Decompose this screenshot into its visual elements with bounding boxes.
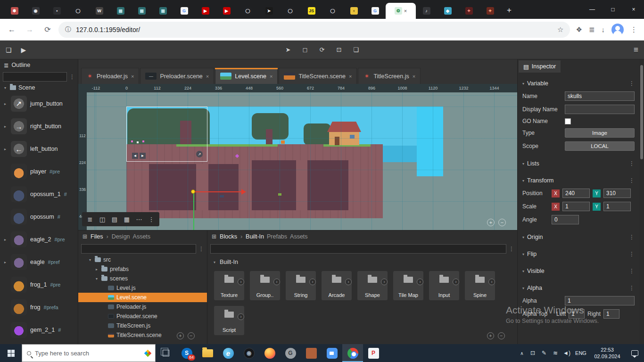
section-menu-icon[interactable]: ⋮ xyxy=(629,160,635,167)
display-name-input[interactable] xyxy=(565,105,635,114)
zoom-button[interactable]: + xyxy=(177,332,184,339)
browser-tab[interactable]: ✦ xyxy=(479,3,501,19)
tool-button[interactable]: ❏ xyxy=(349,44,363,56)
play-button[interactable]: ▶ xyxy=(21,46,26,54)
browser-tab[interactable]: ✦ xyxy=(458,3,479,19)
alpha-input[interactable] xyxy=(565,296,635,305)
inspector-scrollbar[interactable] xyxy=(639,59,644,344)
taskbar-app[interactable]: G xyxy=(280,344,301,362)
taskbar-app[interactable] xyxy=(259,344,280,362)
new-tab-button[interactable]: + xyxy=(503,4,516,17)
profile-avatar[interactable] xyxy=(611,24,624,36)
outline-menu-icon[interactable]: ⋮ xyxy=(69,74,75,80)
zoom-button[interactable]: − xyxy=(188,332,195,339)
outline-item[interactable]: gem_2_1 # xyxy=(0,319,78,341)
editor-menu-icon[interactable]: ≡ xyxy=(634,45,638,55)
outline-item[interactable]: frog_1 #pre xyxy=(0,273,78,296)
browser-tab[interactable]: ➤ xyxy=(258,3,280,19)
action-center-button[interactable] xyxy=(625,350,644,356)
tray-icon[interactable]: ⊡ xyxy=(527,350,538,356)
browser-tab[interactable]: ◉ xyxy=(25,3,46,19)
file-tree-item[interactable]: TitleScreen.js xyxy=(78,321,207,330)
section-visible[interactable]: ▾ Visible ⋮ xyxy=(518,265,639,277)
browser-tab[interactable]: ▶ xyxy=(195,3,216,19)
outline-item[interactable]: player #pre xyxy=(0,160,78,183)
canvas-tool-button[interactable]: ▦ xyxy=(121,214,133,225)
close-icon[interactable]: × xyxy=(131,74,134,79)
section-alpha[interactable]: ▾ Alpha ⋮ xyxy=(518,282,639,294)
section-menu-icon[interactable]: ⋮ xyxy=(629,234,635,240)
scene-tab[interactable]: TitleScreen.js × xyxy=(358,68,421,84)
caret-icon[interactable]: ▸ xyxy=(3,124,8,129)
taskbar-app[interactable] xyxy=(197,344,218,362)
block-item[interactable]: Input xyxy=(429,271,459,300)
tool-button[interactable]: ◻ xyxy=(298,44,312,56)
maximize-button[interactable]: □ xyxy=(603,0,623,19)
block-item[interactable]: Texture xyxy=(214,271,244,300)
outline-item[interactable]: opossum # xyxy=(0,206,78,228)
tool-button[interactable]: ⊡ xyxy=(332,44,346,56)
browser-tab[interactable]: G xyxy=(173,3,195,19)
caret-icon[interactable]: ▾ xyxy=(3,86,8,90)
expand-badge-icon[interactable] xyxy=(238,279,244,285)
block-item[interactable]: Script xyxy=(214,306,244,335)
browser-tab[interactable]: ▦ xyxy=(152,3,173,19)
browser-tab[interactable]: ❂ × xyxy=(386,3,416,19)
gizmo-x-arrow[interactable] xyxy=(241,189,246,195)
browser-tab[interactable]: JS xyxy=(301,3,322,19)
block-item[interactable]: Spine xyxy=(465,271,495,300)
scale-y-input[interactable] xyxy=(603,202,631,211)
zoom-button[interactable]: + xyxy=(487,219,495,226)
reload-button[interactable]: ⟳ xyxy=(41,23,55,37)
position-x-input[interactable] xyxy=(562,189,590,198)
scope-button[interactable]: LOCAL xyxy=(565,141,635,151)
browser-tab[interactable]: ▶ xyxy=(216,3,237,19)
browser-tab[interactable]: ♪ xyxy=(416,3,437,19)
outline-item[interactable]: frog #prefa xyxy=(0,296,78,319)
expand-badge-icon[interactable] xyxy=(238,313,244,320)
type-button[interactable]: Image xyxy=(565,128,635,138)
browser-tab[interactable]: W xyxy=(89,3,110,19)
caret-icon[interactable]: ▾ xyxy=(94,277,99,281)
outline-item[interactable]: ▸ eagle #pref xyxy=(0,251,78,273)
breadcrumb-item[interactable]: Assets xyxy=(133,233,151,240)
files-filter-input[interactable] xyxy=(81,244,196,254)
tab-close-icon[interactable]: × xyxy=(404,8,407,14)
taskbar-app[interactable] xyxy=(322,344,342,362)
files-breadcrumb-root[interactable]: Files xyxy=(91,233,103,240)
address-bar[interactable]: ⓘ ☆ xyxy=(58,22,570,38)
file-tree-item[interactable]: ▾ src xyxy=(78,255,207,264)
browser-tab[interactable]: ◖ xyxy=(343,3,364,19)
close-icon[interactable]: × xyxy=(270,74,272,79)
section-origin[interactable]: ▾ Origin ⋮ xyxy=(518,231,639,243)
expand-badge-icon[interactable] xyxy=(417,279,423,285)
bookmark-star-icon[interactable]: ☆ xyxy=(557,25,563,34)
angle-input[interactable] xyxy=(552,215,579,224)
close-icon[interactable]: × xyxy=(413,74,415,79)
file-tree-item[interactable]: Level.js xyxy=(78,283,207,293)
editor-window-icon[interactable]: ❏ xyxy=(6,46,12,54)
canvas-tool-button[interactable]: ⋯ xyxy=(133,214,145,225)
section-menu-icon[interactable]: ⋮ xyxy=(629,251,635,257)
browser-tab[interactable]: ◯ xyxy=(322,3,343,19)
outline-item[interactable]: ▸ ← left_button xyxy=(0,138,78,160)
browser-tab[interactable]: ▦ xyxy=(131,3,152,19)
browser-menu-icon[interactable]: ⋮ xyxy=(630,25,637,34)
block-item[interactable]: Group.. xyxy=(250,271,280,300)
scale-x-input[interactable] xyxy=(562,202,590,211)
scene-canvas[interactable]: ◄ ► ↗ -112011222433644856067278489610081… xyxy=(78,84,517,230)
section-menu-icon[interactable]: ⋮ xyxy=(629,268,635,274)
file-tree-item[interactable]: ▸ prefabs xyxy=(78,264,207,274)
taskbar-app[interactable]: P xyxy=(363,344,384,362)
close-button[interactable]: × xyxy=(623,0,644,19)
section-lists[interactable]: ▾ Lists ⋮ xyxy=(518,157,639,170)
forward-button[interactable]: → xyxy=(23,23,37,37)
site-info-icon[interactable]: ⓘ xyxy=(65,25,71,34)
file-tree-item[interactable]: Preloader.js xyxy=(78,302,207,312)
section-variable[interactable]: ▾ Variable ⋮ xyxy=(518,77,639,90)
gizmo-y-axis[interactable] xyxy=(193,192,194,230)
zoom-button[interactable]: − xyxy=(498,219,506,226)
tray-icon[interactable]: ✎ xyxy=(538,350,550,356)
reading-list-icon[interactable]: ≣ xyxy=(589,25,595,34)
breadcrumb-item[interactable]: Design xyxy=(112,233,130,240)
